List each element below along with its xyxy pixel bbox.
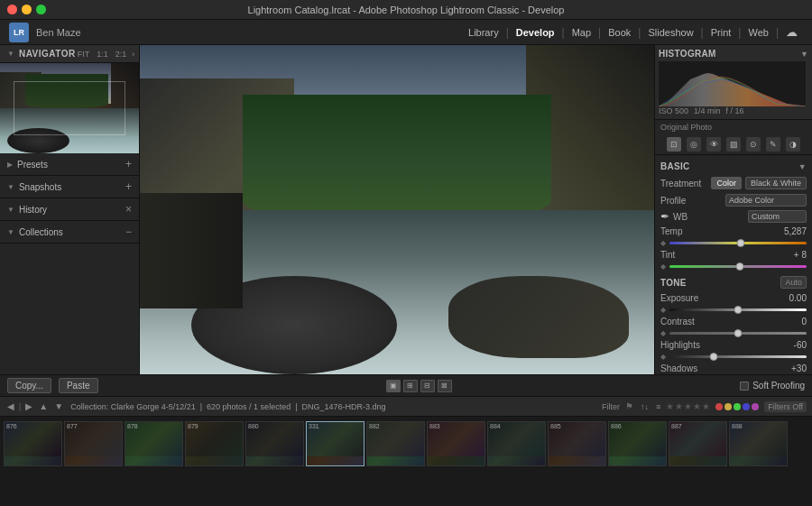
temp-thumb[interactable]: [737, 239, 745, 247]
highlights-thumb[interactable]: [709, 353, 717, 361]
auto-btn[interactable]: Auto: [780, 276, 807, 289]
bottom-toolbar: Copy... Paste ▣ ⊞ ⊟ ⊠ Soft Proofing: [0, 374, 812, 396]
spot-removal-tool[interactable]: ◎: [687, 137, 701, 152]
collections-chevron: ▼: [7, 228, 14, 236]
contrast-reset-icon[interactable]: ◆: [660, 329, 666, 337]
purple-filter[interactable]: [752, 403, 759, 410]
zoom-2-1[interactable]: 2:1: [114, 50, 129, 59]
prev-photo-btn[interactable]: ◀: [5, 401, 16, 411]
histogram-label: Histogram: [659, 49, 716, 59]
history-chevron: ▼: [7, 206, 14, 214]
close-button[interactable]: [7, 5, 17, 14]
star-4[interactable]: ★: [693, 401, 701, 411]
exposure-thumb[interactable]: [734, 306, 743, 314]
navigator-header[interactable]: ▼ Navigator FIT 1:1 2:1 ›: [0, 45, 139, 63]
wb-select[interactable]: [748, 210, 807, 223]
exposure-slider[interactable]: [669, 308, 807, 311]
survey-view-icon[interactable]: ⊟: [420, 380, 435, 392]
color-btn[interactable]: Color: [711, 177, 742, 189]
film-thumb-10[interactable]: 885: [548, 421, 606, 466]
film-thumb-9[interactable]: 884: [487, 421, 546, 466]
filmstrip-header: ◀ | ▶ ▲ ▼ Collection: Clarke Gorge 4-5/1…: [0, 396, 812, 416]
red-filter[interactable]: [715, 403, 723, 410]
film-thumb-3[interactable]: 878: [125, 421, 183, 466]
history-clear[interactable]: ×: [125, 203, 132, 216]
minimize-button[interactable]: [22, 5, 32, 14]
eyedropper-icon[interactable]: ✒: [660, 210, 669, 223]
navigator-thumbnail[interactable]: [0, 63, 139, 153]
history-header[interactable]: ▼ History ×: [0, 198, 139, 220]
tint-thumb[interactable]: [735, 262, 743, 271]
star-5[interactable]: ★: [702, 401, 710, 411]
module-map[interactable]: Map: [567, 25, 596, 40]
module-develop[interactable]: Develop: [511, 25, 560, 40]
contrast-slider[interactable]: [669, 332, 807, 335]
highlights-slider[interactable]: [669, 355, 807, 358]
star-2[interactable]: ★: [675, 401, 683, 411]
film-thumb-12[interactable]: 887: [669, 421, 727, 466]
tint-reset-icon[interactable]: ◆: [660, 262, 666, 271]
red-eye-tool[interactable]: 👁: [706, 137, 721, 152]
tint-slider[interactable]: [669, 265, 807, 268]
highlights-reset-icon[interactable]: ◆: [660, 353, 666, 361]
radial-filter-tool[interactable]: ⊙: [746, 137, 761, 152]
sort-icon[interactable]: ≡: [656, 402, 660, 411]
filmstrip-up-btn[interactable]: ▲: [37, 401, 50, 411]
module-web[interactable]: Web: [743, 25, 773, 40]
module-print[interactable]: Print: [706, 25, 737, 40]
main-photo[interactable]: [140, 45, 654, 374]
soft-proofing-checkbox[interactable]: [740, 382, 749, 391]
bw-btn[interactable]: Black & White: [745, 177, 807, 189]
fit-btn[interactable]: FIT: [76, 50, 92, 59]
masking-tool[interactable]: ◑: [786, 137, 800, 152]
film-thumb-2[interactable]: 877: [64, 421, 123, 466]
maximize-button[interactable]: [36, 5, 46, 14]
module-slideshow[interactable]: Slideshow: [642, 25, 698, 40]
copy-button[interactable]: Copy...: [7, 378, 51, 393]
temp-label: Temp: [660, 226, 682, 236]
yellow-filter[interactable]: [724, 403, 732, 410]
crop-tool[interactable]: ⊡: [667, 137, 681, 152]
filter-icon[interactable]: ⚑: [625, 401, 633, 411]
star-1[interactable]: ★: [666, 401, 674, 411]
histogram-panel: Histogram ▼: [655, 45, 812, 120]
green-filter[interactable]: [734, 403, 741, 410]
presets-add[interactable]: +: [125, 158, 132, 170]
cloud-sync[interactable]: ☁: [780, 23, 803, 41]
exposure-reset-icon[interactable]: ◆: [660, 306, 666, 314]
film-thumb-8[interactable]: 883: [427, 421, 485, 466]
sort-asc-icon[interactable]: ↑↓: [641, 402, 649, 411]
film-thumb-5[interactable]: 880: [245, 421, 304, 466]
profile-select[interactable]: [725, 194, 807, 207]
film-thumb-6[interactable]: 331: [306, 421, 364, 466]
film-thumb-4[interactable]: 879: [185, 421, 244, 466]
single-view-icon[interactable]: ▣: [386, 380, 401, 392]
temp-row: Temp 5,287: [655, 225, 812, 238]
blue-filter[interactable]: [743, 403, 750, 410]
module-book[interactable]: Book: [603, 25, 636, 40]
collections-options[interactable]: −: [125, 225, 132, 238]
paste-button[interactable]: Paste: [59, 378, 98, 393]
temp-slider[interactable]: [669, 242, 807, 244]
film-thumb-7[interactable]: 882: [366, 421, 425, 466]
grid-view-icon[interactable]: ⊠: [438, 380, 452, 392]
film-thumb-13[interactable]: 888: [729, 421, 788, 466]
filters-off-btn[interactable]: Filters Off: [764, 401, 807, 412]
temp-reset-icon[interactable]: ◆: [660, 239, 666, 247]
star-3[interactable]: ★: [684, 401, 692, 411]
film-thumb-11[interactable]: 886: [608, 421, 667, 466]
presets-header[interactable]: ▶ Presets +: [0, 153, 139, 175]
adjustment-brush-tool[interactable]: ✎: [766, 137, 780, 152]
snapshots-add[interactable]: +: [125, 180, 132, 193]
film-thumb-1[interactable]: 876: [4, 421, 62, 466]
contrast-thumb[interactable]: [734, 329, 743, 337]
module-library[interactable]: Library: [463, 25, 504, 40]
snapshots-header[interactable]: ▼ Snapshots +: [0, 176, 139, 198]
collections-header[interactable]: ▼ Collections −: [0, 221, 139, 243]
compare-view-icon[interactable]: ⊞: [403, 380, 418, 392]
basic-header[interactable]: Basic ▼: [655, 159, 812, 174]
graduated-filter-tool[interactable]: ▨: [726, 137, 741, 152]
next-photo-btn[interactable]: ▶: [23, 401, 34, 411]
zoom-1-1[interactable]: 1:1: [95, 50, 110, 59]
filmstrip-down-btn[interactable]: ▼: [52, 401, 65, 411]
